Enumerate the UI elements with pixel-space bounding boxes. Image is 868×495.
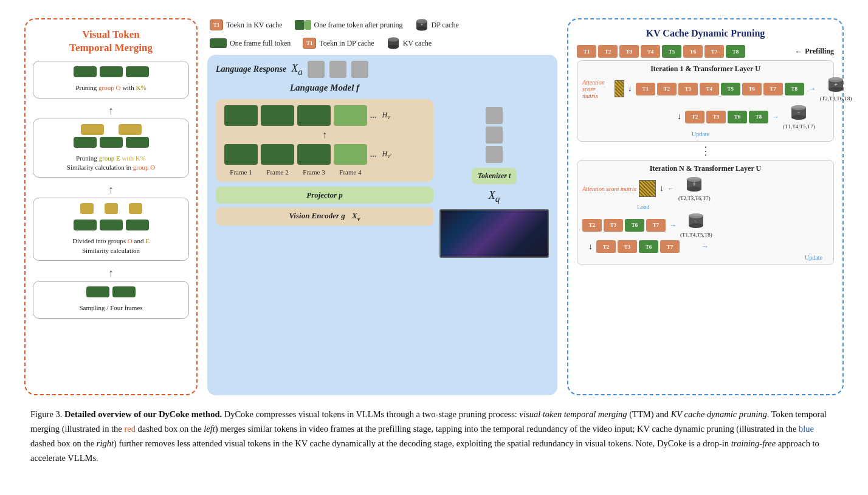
xq-label: Xq (489, 189, 500, 204)
prefilling-row: T1 T2 T3 T4 T5 T6 T7 T8 ← Prefilling (577, 45, 834, 58)
kv-cache-icon (387, 36, 400, 50)
caption-area: Figure 3. Detailed overview of our DyCok… (24, 407, 844, 466)
iter1-tok-row1: T1 T2 T3 T4 T5 T6 T7 T8 (636, 83, 804, 95)
iterN-t3b: T3 (618, 240, 637, 253)
token-yellow-a (81, 124, 104, 135)
iter1-attention-matrix (615, 80, 624, 97)
gray-box-1 (308, 61, 325, 78)
hvprime-label: Hv' (382, 150, 391, 159)
iter1-t5: T5 (721, 83, 740, 95)
gray-box-3 (351, 61, 368, 78)
svg-text:+: + (421, 23, 423, 27)
svg-point-16 (791, 115, 806, 120)
iterN-attention-matrix (639, 180, 656, 197)
iterN-down-arrow: ↓ (660, 184, 664, 193)
iterN-right-arrow: → (701, 242, 709, 251)
xv-label: Xv (352, 211, 360, 220)
token-yellow-sm-b (105, 203, 118, 214)
iterN-t7b: T7 (660, 240, 680, 253)
legend-pruned-frame: One frame token after pruning (295, 20, 403, 30)
legend-row-2: One frame full token T1 Toekn in DP cach… (207, 36, 557, 50)
projector-box: Projector p (216, 187, 433, 204)
token-yellow-b (119, 124, 142, 135)
arrow-frames-up: ↑ (224, 130, 425, 140)
page-container: Visual Token Temporal Merging Pruning gr… (0, 0, 868, 484)
iter1-down-arrow-2: ↓ (677, 112, 681, 122)
query-tok-2 (486, 126, 503, 144)
iterN-tok-row2: ↓ T2 T3 T6 T7 → (582, 240, 828, 253)
frame-tok-5 (224, 144, 258, 165)
iter1-result1-label: (T2,T3,T6,T8) (820, 95, 852, 102)
iterN-db-icon-top: + (686, 176, 703, 194)
prefilling-tokens: T1 T2 T3 T4 T5 T6 T7 T8 (577, 45, 745, 58)
tok-t3-pre: T3 (619, 45, 639, 58)
iter1-result2-label: (T1,T4,T5,T7) (783, 123, 815, 130)
iterN-t6b: T6 (639, 240, 658, 253)
video-inner (441, 210, 548, 257)
iterN-title: Iteration N & Transformer Layer U (582, 164, 828, 173)
projector-row: Projector p Vision Encoder g Xv (216, 187, 433, 226)
vision-encoder-label: Vision Encoder g (289, 211, 345, 220)
iter1-update-arrow: → (772, 112, 779, 122)
arrow-up-3: ↑ (33, 267, 189, 280)
token-green-b1 (74, 137, 97, 148)
iterN-update-arrow-top: → (669, 221, 677, 230)
caption-bold: Detailed overview of our DyCoke method. (64, 409, 222, 419)
iter1-down-arrow: ↓ (628, 84, 632, 94)
iterN-result2-label: (T1,T4,T5,T8) (680, 232, 712, 238)
vision-encoder-box: Vision Encoder g Xv (216, 207, 433, 226)
ttm-section-1: Pruning group O with K% (33, 61, 189, 98)
iterN-update-label: Update (582, 254, 822, 261)
legend-full-frame: One frame full token (210, 38, 291, 48)
tok-t4-pre: T4 (641, 45, 660, 58)
iter1b-t6: T6 (728, 111, 747, 123)
svg-text:+: + (834, 81, 838, 88)
tokenizer-col: Tokenizer t Xq (439, 107, 549, 258)
legend-pruned-label: One frame token after pruning (314, 21, 403, 30)
left-box: Visual Token Temporal Merging Pruning gr… (24, 18, 198, 395)
legend-t1-kv-label: Toekn in KV cache (226, 21, 283, 30)
tok-t8-pre: T8 (726, 45, 745, 58)
svg-point-7 (388, 45, 399, 49)
iter-separator-arrow: ⋮ (577, 144, 834, 158)
iterN-t2a: T2 (582, 219, 602, 232)
iter1b-t8: T8 (749, 111, 768, 123)
legend-kv-cache: KV cache (387, 36, 432, 50)
dp-cache-icon: + (415, 18, 429, 32)
iter1-title: Iteration 1 & Transformer Layer U (582, 64, 828, 74)
frame-tok-2 (261, 105, 294, 126)
iterN-load-label: Load (637, 204, 828, 210)
iter1b-t3: T3 (706, 111, 726, 123)
iter1-t2: T2 (657, 83, 677, 95)
token-yellow-sm-c (129, 203, 142, 214)
iterN-db-top: + (T2,T3,T6,T7) (678, 176, 711, 201)
legend-dp-label: DP cache (432, 21, 459, 30)
svg-point-17 (791, 105, 806, 110)
projector-label: Projector p (306, 190, 343, 199)
svg-point-27 (689, 213, 703, 218)
video-thumbnail (439, 209, 549, 258)
section4-label: Sampling / Four frames (79, 303, 142, 313)
tok-t1-pre: T1 (577, 45, 596, 58)
iter1-tok-row2: T2 T3 T6 T8 (685, 111, 768, 123)
query-tok-3 (486, 146, 503, 163)
xa-label: Xa (291, 62, 303, 77)
iter1-section: Iteration 1 & Transformer Layer U Attent… (577, 60, 834, 142)
lm-box: Language Response Xa Language Model f (207, 55, 557, 395)
token-green-2 (100, 66, 123, 77)
svg-point-11 (828, 87, 843, 92)
section3-label: Divided into groups O and E Similarity c… (72, 237, 150, 255)
token-green-b2 (100, 137, 123, 148)
iterN-tok-row1: T2 T3 T6 T7 → − (T1, (582, 212, 828, 238)
hv-label: Hv (382, 111, 390, 120)
token-green-3 (126, 66, 149, 77)
language-response-label: Language Response (216, 64, 286, 74)
left-box-title: Visual Token Temporal Merging (33, 28, 189, 55)
frames-box: ... Hv ↑ ... (216, 99, 433, 182)
frame-tok-7 (297, 144, 331, 165)
iterN-tokens-a: T2 T3 T6 T7 (582, 219, 666, 232)
iter1-db-icon-bot: − (790, 104, 807, 122)
language-response-row: Language Response Xa (216, 61, 549, 78)
tok-t6-pre: T6 (683, 45, 703, 58)
frame-labels: Frame 1 Frame 2 Frame 3 Frame 4 (224, 168, 425, 176)
